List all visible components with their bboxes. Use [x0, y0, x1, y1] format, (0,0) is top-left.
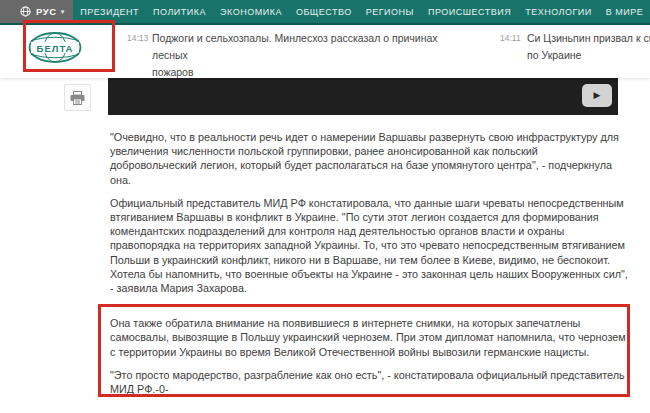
ticker-headline-link[interactable]: Поджоги и сельхозпалы. Минлесхоз рассказ… — [152, 30, 452, 81]
nav-item-economy[interactable]: ЭКОНОМИКА — [213, 7, 289, 17]
ticker-timestamp: 14:11 — [500, 33, 521, 43]
page: РУС ▾ ПРЕЗИДЕНТ ПОЛИТИКА ЭКОНОМИКА ОБЩЕС… — [0, 0, 650, 413]
video-play-button[interactable]: ▶ — [582, 84, 612, 107]
article-paragraph: Официальный представитель МИД РФ констат… — [110, 196, 650, 295]
video-player[interactable]: ▶ — [108, 78, 618, 115]
article-paragraph: "Очевидно, что в реальности речь идет о … — [110, 130, 650, 187]
play-icon: ▶ — [594, 91, 601, 100]
site-header: БЕЛТА 14:13 Поджоги и сельхозпалы. Минле… — [0, 25, 650, 78]
chevron-down-icon: ▾ — [61, 8, 65, 16]
nav-item-president[interactable]: ПРЕЗИДЕНТ — [73, 7, 146, 17]
nav-item-incidents[interactable]: ПРОИСШЕСТВИЯ — [421, 7, 518, 17]
nav-item-world[interactable]: В МИРЕ — [599, 7, 650, 17]
article-paragraph: "Это просто мародерство, разграбление ка… — [110, 368, 650, 396]
nav-item-society[interactable]: ОБЩЕСТВО — [289, 7, 359, 17]
ticker-timestamp: 14:13 — [127, 33, 148, 43]
belta-logo-text: БЕЛТА — [37, 43, 74, 54]
ticker-headline-link[interactable]: Си Цзиньпин призвал к скорейшему по Укра… — [527, 30, 650, 64]
article-paragraph: Она также обратила внимание на появившие… — [110, 316, 650, 359]
nav-item-politics[interactable]: ПОЛИТИКА — [146, 7, 213, 17]
globe-icon — [20, 6, 31, 17]
top-navbar: РУС ▾ ПРЕЗИДЕНТ ПОЛИТИКА ЭКОНОМИКА ОБЩЕС… — [0, 0, 650, 25]
belta-logo[interactable]: БЕЛТА — [28, 32, 82, 64]
article-body: "Очевидно, что в реальности речь идет о … — [110, 130, 650, 405]
nav-item-regions[interactable]: РЕГИОНЫ — [359, 7, 421, 17]
print-button[interactable] — [64, 84, 91, 111]
printer-icon — [70, 91, 85, 105]
language-label: РУС — [36, 6, 57, 17]
nav-menu: ПРЕЗИДЕНТ ПОЛИТИКА ЭКОНОМИКА ОБЩЕСТВО РЕ… — [73, 0, 650, 23]
nav-item-technologies[interactable]: ТЕХНОЛОГИИ — [518, 7, 599, 17]
language-switcher[interactable]: РУС ▾ — [0, 0, 73, 23]
